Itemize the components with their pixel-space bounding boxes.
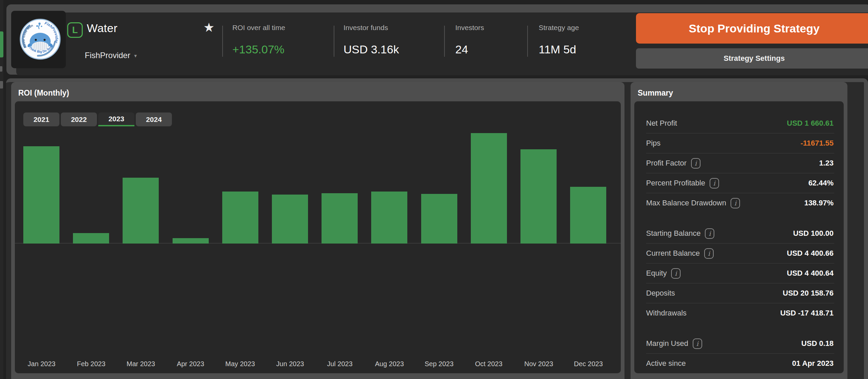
stat-divider [527,26,528,57]
stat-value: USD 3.16k [343,43,399,56]
favorite-star-icon[interactable]: ★ [203,20,214,35]
summary-row: DepositsUSD 20 158.76 [634,283,844,303]
roi-bar-oct-2023[interactable] [471,133,507,244]
summary-row-label: Pips [646,139,661,148]
summary-row-label: Starting Balancei [646,228,714,239]
stat-column: Investor fundsUSD 3.16k [343,24,399,56]
stat-label: Strategy age [539,24,579,32]
strategy-settings-button[interactable]: Strategy Settings [636,48,868,69]
roi-bar-apr-2023[interactable] [173,238,209,244]
roi-bar-may-2023[interactable] [222,192,258,244]
summary-row: Max Balance Drawdowni138.97% [634,193,844,213]
summary-rows: Net ProfitUSD 1 660.61Pips-11671.55Profi… [634,113,844,373]
summary-row-value: USD 4 400.66 [787,249,834,258]
summary-row-value: USD 100.00 [793,229,834,238]
stat-label: ROI over all time [232,24,285,32]
month-label: Oct 2023 [465,360,512,368]
year-tab-2023[interactable]: 2023 [98,112,134,126]
strategy-dashboard-page: { "colors": { "accent_green": "#3f9150",… [0,0,868,379]
summary-row-value: USD 4 400.64 [787,269,834,278]
summary-section-gap [634,213,844,224]
summary-row-value: USD -17 418.71 [780,309,834,318]
info-icon[interactable]: i [705,228,714,239]
page-title: Water [87,22,118,35]
stop-providing-strategy-button[interactable]: Stop Providing Strategy [636,13,868,44]
roi-bar-dec-2023[interactable] [570,187,606,244]
roi-bar-mar-2023[interactable] [123,178,159,244]
summary-row-label: Current Balancei [646,248,714,259]
roi-bar-jun-2023[interactable] [272,195,308,244]
stat-value: 11M 5d [539,43,579,56]
summary-row-label: Max Balance Drawdowni [646,198,740,208]
info-icon[interactable]: i [731,198,740,208]
stat-column: Strategy age11M 5d [539,24,579,56]
summary-row-value: USD 0.18 [801,339,834,348]
roi-card-title: ROI (Monthly) [18,89,69,98]
summary-row-label: Equityi [646,268,681,279]
month-label: Feb 2023 [68,360,115,368]
summary-row-label: Profit Factori [646,158,700,169]
month-label: Jul 2023 [316,360,363,368]
stat-value: 24 [455,43,484,56]
summary-row: Net ProfitUSD 1 660.61 [634,113,844,133]
summary-row-label: Withdrawals [646,309,687,318]
summary-row-label: Percent Profitablei [646,178,719,188]
chevron-down-icon: ▼ [133,52,138,58]
summary-row-value: 01 Apr 2023 [792,359,834,368]
info-icon[interactable]: i [693,338,702,349]
month-label: Jun 2023 [266,360,314,368]
month-label: Dec 2023 [565,360,612,368]
month-label: Sep 2023 [415,360,463,368]
roi-bar-nov-2023[interactable] [520,149,557,244]
summary-row-value: USD 20 158.76 [783,289,834,298]
summary-card-title: Summary [638,89,673,98]
year-tab-2021[interactable]: 2021 [23,112,59,126]
roi-bar-jan-2023[interactable] [23,146,59,244]
nav-icon-fragment [0,81,3,89]
roi-bar-sep-2023[interactable] [421,194,457,244]
summary-row-label: Deposits [646,289,675,298]
summary-row: Percent Profitablei62.44% [634,173,844,193]
whale-logo-avatar: Never Lose Money FishProvider Think Big … [20,19,61,60]
year-tab-2024[interactable]: 2024 [136,112,172,126]
month-label: Nov 2023 [515,360,562,368]
summary-row-value: 1.23 [819,159,834,168]
summary-row-value: 62.44% [808,179,834,187]
summary-row-value: 138.97% [804,199,834,207]
summary-row-value: USD 1 660.61 [787,119,834,128]
roi-bar-feb-2023[interactable] [73,233,109,244]
roi-bar-jul-2023[interactable] [322,193,358,244]
stat-label: Investors [455,24,484,32]
summary-row-label: Margin Usedi [646,338,702,349]
provider-name: FishProvider [85,51,130,60]
live-badge: L [67,22,83,38]
year-tab-2022[interactable]: 2022 [61,112,97,126]
info-icon[interactable]: i [704,248,714,259]
summary-row-label: Net Profit [646,119,677,128]
summary-section-gap [634,323,844,334]
info-icon[interactable]: i [710,178,719,188]
stat-column: Investors24 [455,24,484,56]
stat-value: +135.07% [232,43,285,56]
stat-label: Investor funds [343,24,399,32]
month-label: Aug 2023 [366,360,413,368]
stat-divider [334,26,334,57]
info-icon[interactable]: i [671,268,681,279]
roi-bar-aug-2023[interactable] [371,192,407,244]
nav-accent-bar [0,31,3,57]
summary-row-label: Active since [646,359,686,368]
month-label: Jan 2023 [18,360,65,368]
summary-row: EquityiUSD 4 400.64 [634,263,844,283]
nav-icon-fragment [0,66,2,72]
month-label: Mar 2023 [117,360,164,368]
info-icon[interactable]: i [691,158,700,169]
month-label: Apr 2023 [167,360,214,368]
summary-row: Margin UsediUSD 0.18 [634,334,844,353]
provider-dropdown[interactable]: FishProvider ▼ [85,51,138,60]
summary-row: Starting BalanceiUSD 100.00 [634,224,844,243]
summary-row: Active since01 Apr 2023 [634,354,844,373]
month-label: May 2023 [216,360,264,368]
summary-row: Pips-11671.55 [634,133,844,153]
stat-divider [222,26,223,57]
summary-row-value: -11671.55 [800,139,834,148]
